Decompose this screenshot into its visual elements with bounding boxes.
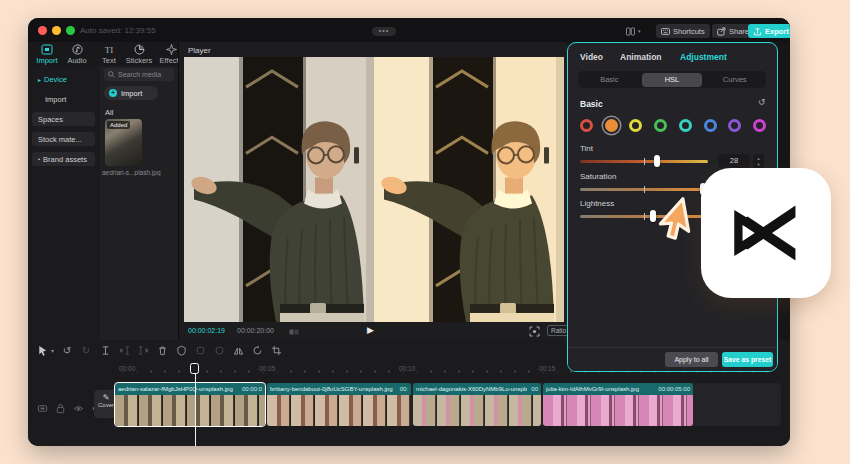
hide-track-icon[interactable] (72, 402, 84, 414)
save-as-preset-button[interactable]: Save as preset (722, 352, 773, 367)
tab-animation[interactable]: Animation (620, 52, 662, 62)
layout-switch-button[interactable]: ▾ (624, 24, 643, 38)
delete-right-icon (138, 345, 149, 356)
freeze-button[interactable] (194, 345, 206, 357)
ruler-label-3: 00:15 (536, 365, 558, 372)
overlap-button[interactable] (213, 345, 225, 357)
hsl-color-red[interactable] (580, 119, 593, 132)
delete-left-button[interactable] (118, 345, 130, 357)
current-timecode: 00:00:02:19 (188, 327, 225, 334)
nav-import[interactable]: Import (32, 92, 95, 106)
player-canvas[interactable] (184, 57, 564, 322)
delete-button[interactable] (156, 345, 168, 357)
preview-photo-right (374, 57, 564, 322)
share-label: Share (729, 27, 749, 36)
crop-button[interactable] (270, 345, 282, 357)
subtab-basic[interactable]: Basic (580, 73, 640, 87)
added-badge: Added (107, 121, 130, 129)
search-input[interactable] (118, 71, 170, 78)
media-panel: + Import All Added aedrian-s...plash.jpg (100, 66, 178, 340)
tab-import[interactable]: Import (32, 44, 62, 65)
nav-device[interactable]: ▸Device (32, 72, 95, 86)
timeline-clip-2[interactable]: brittany-bendabout-0j8uUcSGBY-unsplash.j… (267, 383, 411, 426)
hsl-color-teal[interactable] (679, 119, 692, 132)
close-window-button[interactable] (38, 26, 47, 35)
ruler-label-0: 00:00 (116, 365, 138, 372)
export-button[interactable]: Export (748, 24, 790, 38)
stepper-up-icon[interactable]: ▲ (757, 156, 761, 161)
layout-grid-icon (626, 27, 635, 36)
reset-icon[interactable]: ↺ (758, 97, 766, 107)
import-plus-icon: + (109, 89, 117, 97)
media-import-button[interactable]: + Import (104, 86, 158, 100)
lock-track-icon[interactable] (54, 402, 66, 414)
preview-photo-left (184, 57, 374, 322)
mask-button[interactable] (175, 345, 187, 357)
fullscreen-fit-icon[interactable] (529, 326, 540, 337)
more-menu-button[interactable]: ••• (372, 27, 396, 36)
split-button[interactable] (99, 345, 111, 357)
tint-slider[interactable] (580, 160, 708, 163)
hsl-color-green[interactable] (654, 119, 667, 132)
tab-adjustment[interactable]: Adjustment (680, 52, 727, 62)
hsl-color-magenta[interactable] (753, 119, 766, 132)
basic-section-title: Basic (580, 99, 603, 109)
clip-header: brittany-bendabout-0j8uUcSGBY-unsplash.j… (267, 383, 411, 395)
trash-icon (157, 345, 168, 356)
saturation-slider[interactable] (580, 188, 708, 191)
redo-button[interactable]: ↻ (80, 345, 92, 357)
clip-header: michael-dagonakis-X60DyNMb9Lo-unsplash.j… (413, 383, 541, 395)
minimize-window-button[interactable] (52, 26, 61, 35)
subtab-hsl[interactable]: HSL (642, 73, 702, 87)
nav-brand-assets[interactable]: •Brand assets (32, 152, 95, 166)
tab-video[interactable]: Video (580, 52, 603, 62)
tint-stepper[interactable]: ▲▼ (753, 154, 764, 168)
playhead-line[interactable] (195, 363, 196, 446)
capcut-scissors-glyph (720, 187, 812, 279)
tab-audio[interactable]: Audio (62, 44, 92, 65)
delete-left-icon (119, 345, 130, 356)
hsl-color-blue[interactable] (704, 119, 717, 132)
rotate-icon (252, 345, 263, 356)
hsl-color-yellow[interactable] (629, 119, 642, 132)
tint-slider-handle[interactable] (654, 155, 660, 167)
tint-value[interactable]: 28 (718, 154, 750, 168)
apply-to-all-button[interactable]: Apply to all (665, 352, 718, 367)
split-icon (100, 345, 111, 356)
play-button[interactable]: ▶ (367, 325, 374, 335)
media-group-label: All (105, 108, 113, 117)
share-icon (717, 27, 726, 36)
rotate-button[interactable] (251, 345, 263, 357)
search-box[interactable] (104, 68, 174, 81)
ruler-label-2: 00:10 (396, 365, 418, 372)
select-tool-caret-icon[interactable]: ▾ (51, 347, 54, 354)
total-duration: 00:00:20:00 (237, 327, 274, 334)
timeline-clip-4[interactable]: julia-kim-IdAlhMvGr9I-unsplash.jpg 00:00… (543, 383, 693, 426)
library-nav: ▸Device Import Spaces Stock mate... •Bra… (28, 66, 100, 340)
main-track-icon[interactable] (36, 402, 48, 414)
zoom-window-button[interactable] (66, 26, 75, 35)
hsl-color-orange[interactable] (605, 119, 618, 132)
media-thumbnail[interactable]: Added (105, 119, 142, 166)
undo-button[interactable]: ↺ (61, 345, 73, 357)
delete-right-button[interactable] (137, 345, 149, 357)
timeline-clip-3[interactable]: michael-dagonakis-X60DyNMb9Lo-unsplash.j… (413, 383, 541, 426)
nav-spaces[interactable]: Spaces (32, 112, 95, 126)
saturation-label: Saturation (580, 172, 616, 181)
timeline-clip-1[interactable]: aedrian-salazar-fMgbJsHP0Q-unsplash.jpg … (115, 383, 265, 426)
playhead-handle[interactable] (190, 363, 199, 374)
lightness-label: Lightness (580, 199, 614, 208)
mirror-button[interactable] (232, 345, 244, 357)
clip-header: julia-kim-IdAlhMvGr9I-unsplash.jpg 00:00… (543, 383, 693, 395)
nav-stock-materials[interactable]: Stock mate... (32, 132, 95, 146)
media-ribbon: Import Audio TI Text Stickers Effects (28, 42, 178, 66)
tint-label: Tint (580, 144, 593, 153)
shortcuts-button[interactable]: Shortcuts (656, 24, 710, 38)
hsl-color-purple[interactable] (728, 119, 741, 132)
tab-text[interactable]: TI Text (94, 44, 124, 65)
subtab-curves[interactable]: Curves (705, 73, 765, 87)
tab-stickers[interactable]: Stickers (124, 44, 154, 65)
stepper-down-icon[interactable]: ▼ (757, 162, 761, 167)
clip-header: aedrian-salazar-fMgbJsHP0Q-unsplash.jpg … (115, 383, 265, 395)
select-tool-button[interactable] (36, 345, 48, 357)
